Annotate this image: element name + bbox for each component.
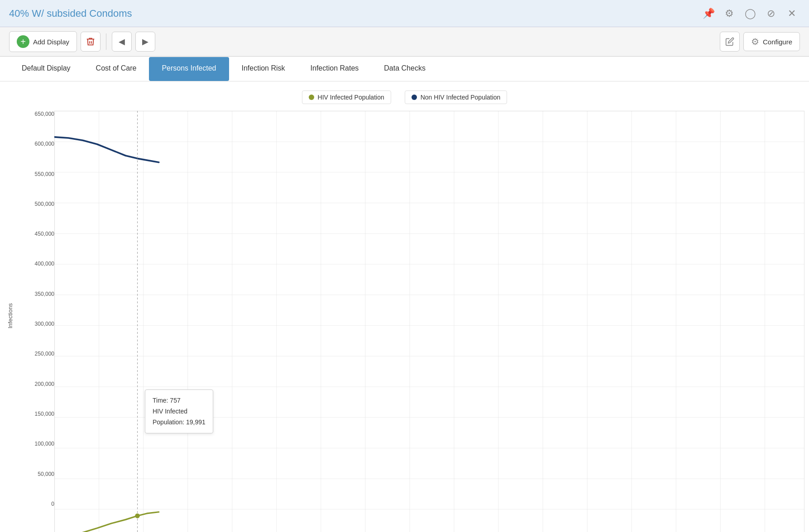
minus-icon[interactable]: ◯ xyxy=(742,5,758,22)
y-tick-500000: 500,000 xyxy=(18,201,54,207)
y-tick-150000: 150,000 xyxy=(18,411,54,417)
toolbar: + Add Display ◀ ▶ ⚙ Configure xyxy=(0,27,809,57)
toolbar-right: ⚙ Configure xyxy=(720,32,800,52)
y-tick-550000: 550,000 xyxy=(18,171,54,177)
chart-inner: Time: 757 HIV Infected Population: 19,99… xyxy=(54,111,804,521)
delete-button[interactable] xyxy=(81,32,101,52)
legend-hiv-infected: HIV Infected Population xyxy=(302,90,391,104)
header-icons: 📌 ⚙ ◯ ⊘ ✕ xyxy=(700,5,800,22)
y-tick-400000: 400,000 xyxy=(18,261,54,267)
close-icon[interactable]: ✕ xyxy=(784,5,800,22)
y-tick-600000: 600,000 xyxy=(18,141,54,147)
tab-default-display[interactable]: Default Display xyxy=(9,57,83,81)
tooltip-dot-hiv xyxy=(135,513,139,518)
back-button[interactable]: ◀ xyxy=(112,32,132,52)
y-tick-100000: 100,000 xyxy=(18,441,54,447)
tab-data-checks[interactable]: Data Checks xyxy=(371,57,438,81)
add-display-label: Add Display xyxy=(33,38,69,46)
svg-rect-0 xyxy=(54,111,804,532)
add-display-button[interactable]: + Add Display xyxy=(9,31,77,52)
tab-infection-rates[interactable]: Infection Rates xyxy=(298,57,372,81)
tabs: Default Display Cost of Care Persons Inf… xyxy=(0,57,809,81)
y-axis-label: Infections xyxy=(5,111,16,521)
y-tick-200000: 200,000 xyxy=(18,381,54,387)
edit-button[interactable] xyxy=(720,32,740,52)
configure-label: Configure xyxy=(763,38,792,46)
settings-icon[interactable]: ⚙ xyxy=(721,5,737,22)
non-hiv-infected-dot xyxy=(412,95,417,100)
chart-legend: HIV Infected Population Non HIV Infected… xyxy=(5,90,804,104)
y-tick-250000: 250,000 xyxy=(18,351,54,357)
chart-area: HIV Infected Population Non HIV Infected… xyxy=(0,81,809,532)
y-tick-labels: 650,000 600,000 550,000 500,000 450,000 … xyxy=(18,111,54,521)
configure-button[interactable]: ⚙ Configure xyxy=(743,32,800,51)
toolbar-divider xyxy=(106,33,106,50)
header-title: 40% W/ subsided Condoms xyxy=(9,8,132,19)
legend-non-hiv-infected: Non HIV Infected Population xyxy=(405,90,507,104)
y-tick-300000: 300,000 xyxy=(18,321,54,327)
hiv-infected-dot xyxy=(309,95,314,100)
tab-cost-of-care[interactable]: Cost of Care xyxy=(83,57,149,81)
configure-icon: ⚙ xyxy=(751,36,759,47)
location-icon[interactable]: 📌 xyxy=(700,5,717,22)
chart-container: Infections 650,000 600,000 550,000 500,0… xyxy=(5,111,804,521)
y-tick-50000: 50,000 xyxy=(18,471,54,477)
tab-persons-infected[interactable]: Persons Infected xyxy=(149,57,229,81)
y-tick-450000: 450,000 xyxy=(18,231,54,237)
header: 40% W/ subsided Condoms 📌 ⚙ ◯ ⊘ ✕ xyxy=(0,0,809,27)
plus-icon: + xyxy=(17,35,29,48)
tab-infection-risk[interactable]: Infection Risk xyxy=(229,57,298,81)
y-tick-350000: 350,000 xyxy=(18,291,54,297)
forward-button[interactable]: ▶ xyxy=(135,32,155,52)
chart-svg-wrap: Time: 757 HIV Infected Population: 19,99… xyxy=(54,111,804,532)
hiv-infected-label: HIV Infected Population xyxy=(318,94,384,101)
chart-svg xyxy=(54,111,804,532)
y-tick-0: 0 xyxy=(18,501,54,507)
y-tick-650000: 650,000 xyxy=(18,111,54,117)
non-hiv-infected-label: Non HIV Infected Population xyxy=(421,94,501,101)
block-icon[interactable]: ⊘ xyxy=(763,5,779,22)
toolbar-left: + Add Display ◀ ▶ xyxy=(9,31,155,52)
